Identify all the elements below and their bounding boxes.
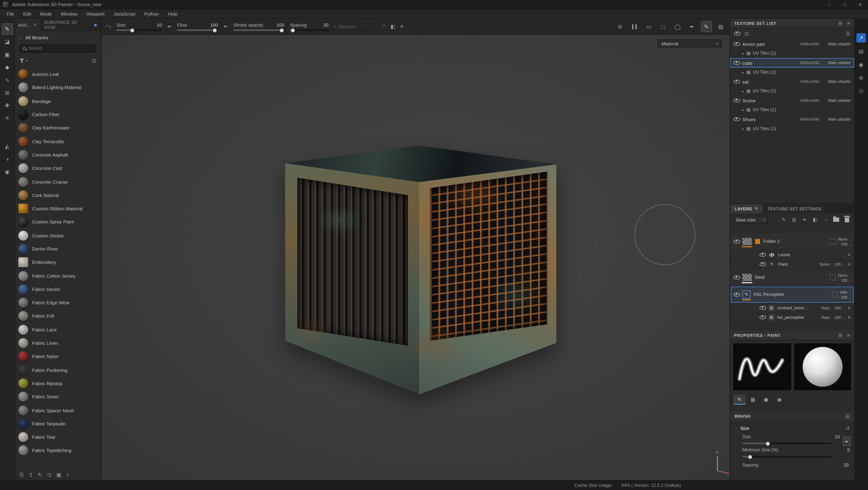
size-pressure-button[interactable]: ✒ <box>842 436 851 447</box>
add-mask-icon[interactable]: ✒ <box>800 216 809 224</box>
layer-visibility-toggle[interactable] <box>760 261 766 267</box>
uv-tiles-row[interactable]: ▸ ▦ UV Tiles (1) <box>730 68 854 77</box>
tab-close-icon[interactable]: ✕ <box>755 206 758 211</box>
menu-item[interactable]: Window <box>56 9 82 18</box>
brush-size-slider[interactable] <box>742 443 831 444</box>
tab-substance-assets[interactable]: SUBSTANCE 3D ASSE... <box>41 19 101 31</box>
size-slider[interactable] <box>116 29 162 31</box>
all-libraries-dropdown[interactable]: ⌄ All libraries <box>15 31 101 44</box>
reset-icon[interactable]: ↺ <box>846 425 850 431</box>
texture-set-visibility-icon[interactable] <box>734 60 740 66</box>
display-settings-icon[interactable]: ▤ <box>857 46 866 56</box>
material-list-item[interactable]: Custom Ribbon Material <box>15 202 101 216</box>
chevron-right-icon[interactable]: ▸ <box>742 89 744 93</box>
layer-visibility-toggle[interactable] <box>760 252 766 258</box>
spacing-slider[interactable] <box>290 29 329 31</box>
material-list-item[interactable]: Cork Natural <box>15 188 101 202</box>
material-list-item[interactable]: Denim Rivet <box>15 242 101 256</box>
material-list-item[interactable]: Fabric Lace <box>15 323 101 336</box>
texture-set-row[interactable]: Shoes 4096x4096 Main shader <box>730 115 854 124</box>
brush-menu-icon[interactable]: ☰ <box>845 414 850 419</box>
menu-item[interactable]: File <box>2 9 19 18</box>
flow-pressure-toggle-icon[interactable]: ✒ <box>167 24 172 29</box>
min-size-slider[interactable] <box>742 456 831 457</box>
blend-mode-dropdown[interactable]: Repl ⌄ <box>822 306 833 310</box>
opacity-dropdown[interactable]: 100 ⌄ <box>841 295 851 299</box>
plane-projection-icon[interactable]: ▭ <box>643 21 654 32</box>
sphere-projection-icon[interactable]: ◯ <box>672 21 683 32</box>
blend-mode-dropdown[interactable]: Pthr ⌄ <box>840 290 851 294</box>
flow-slider[interactable] <box>177 29 218 31</box>
channel-dropdown[interactable]: Base color ▾ <box>734 216 768 223</box>
texture-set-row[interactable]: Armor part 4096x4096 Main shader <box>730 39 854 49</box>
mask-slot[interactable] <box>830 238 836 244</box>
tab-close-icon[interactable]: ✕ <box>33 23 37 27</box>
import-resources-icon[interactable]: + <box>66 472 69 477</box>
close-panel-icon[interactable]: ✕ <box>846 21 850 26</box>
opacity-dropdown[interactable]: 100 ⌄ <box>841 278 851 282</box>
texture-set-visibility-icon[interactable] <box>734 97 740 103</box>
material-list-item[interactable]: Clay Earthenware <box>15 121 101 135</box>
baking-mode-tool-icon[interactable]: ◉ <box>1 166 13 177</box>
blend-mode-dropdown[interactable]: Norm ⌄ <box>838 237 851 241</box>
export-assets-icon[interactable]: ↥ <box>29 472 33 477</box>
stroke-preview[interactable] <box>734 344 791 390</box>
material-list-item[interactable]: Fabric Linen <box>15 336 101 350</box>
undock-panel-icon[interactable]: ⊞ <box>838 333 842 338</box>
material-list-item[interactable]: Clay Terracotta <box>15 135 101 148</box>
blend-mode-dropdown[interactable]: Repl ⌄ <box>822 315 833 319</box>
chevron-right-icon[interactable]: ▸ <box>742 51 744 56</box>
quick-mask-tool-icon[interactable]: ◭ <box>1 140 13 152</box>
layer-row[interactable]: ✎PaintNorm ⌄100 ⌄✕ <box>731 260 854 268</box>
layer-row[interactable]: SteelNorm ⌄100 ⌄ <box>731 269 854 286</box>
chevron-right-icon[interactable]: ▸ <box>742 107 744 112</box>
material-list-item[interactable]: Baked Lighting Material <box>15 81 101 94</box>
menu-item[interactable]: Mode <box>36 9 56 18</box>
menu-item[interactable]: Help <box>163 9 182 18</box>
layer-row[interactable]: Scontrast_lumin...Repl ⌄100 ⌄✕ <box>731 304 854 312</box>
menu-item[interactable]: Viewport <box>82 9 109 18</box>
material-list-item[interactable]: Fabric Felt <box>15 309 101 323</box>
material-list-item[interactable]: Fabric Tarpaulin <box>15 417 101 431</box>
material-list-item[interactable]: Concrete Coarse <box>15 175 101 189</box>
material-list-item[interactable]: Bandage <box>15 94 101 108</box>
pause-engine-icon[interactable] <box>629 21 640 32</box>
layer-row[interactable]: Folder 2Norm ⌄100 ⌄ <box>731 233 854 250</box>
material-list-item[interactable]: Fabric Puckering <box>15 363 101 377</box>
pen-pressure-icon[interactable]: ✒ <box>686 21 698 32</box>
material-picker-tool-icon[interactable]: ✚ <box>1 100 13 111</box>
layer-visibility-toggle[interactable] <box>734 274 740 281</box>
size-group-header[interactable]: ⌄ Size ↺ <box>730 423 854 433</box>
viewport-3d[interactable]: Material ▾ Y X <box>102 35 730 480</box>
tab-texture-set-settings[interactable]: TEXTURE SET SETTINGS <box>763 204 827 213</box>
search-input[interactable] <box>28 46 93 51</box>
layer-row[interactable]: ✎HSL PerceptivePthr ⌄100 ⌄ <box>731 287 854 303</box>
minimize-button[interactable]: – <box>822 0 837 9</box>
frame-selection-icon[interactable]: ▦ <box>57 472 61 477</box>
stamp-preview-icon[interactable]: ▤ <box>715 21 726 32</box>
stroke-opacity-slider[interactable] <box>233 29 284 31</box>
camera-settings-icon[interactable]: ◉ <box>857 60 866 69</box>
close-panel-icon[interactable]: ✕ <box>846 333 850 338</box>
menu-item[interactable]: Python <box>140 9 163 18</box>
mask-slot[interactable] <box>830 274 836 281</box>
material-list-item[interactable]: Fabric Spacer Mesh <box>15 403 101 417</box>
paint-brush-tool-icon[interactable]: ✎ <box>1 23 13 35</box>
texture-set-row[interactable]: sat 4096x4096 Main shader <box>730 77 854 86</box>
symmetry-tool-icon[interactable]: ◑ <box>1 153 13 165</box>
chevron-right-icon[interactable]: ▸ <box>742 70 744 74</box>
material-list-item[interactable]: Fabric Cotton Jersey <box>15 269 101 283</box>
model-cube[interactable] <box>285 145 556 394</box>
add-fill-layer-icon[interactable]: ◧ <box>811 216 819 224</box>
texture-set-visibility-icon[interactable] <box>734 116 740 122</box>
list-view-icon[interactable]: ☰ <box>92 58 96 63</box>
asset-info-icon[interactable]: ☰ <box>20 472 24 477</box>
uv-tiles-row[interactable]: ▸ ▦ UV Tiles (1) <box>730 124 854 133</box>
material-preview[interactable] <box>794 344 851 390</box>
material-list-item[interactable]: Custom Spray Paint <box>15 215 101 229</box>
material-list-item[interactable]: Carbon Fiber <box>15 108 101 121</box>
material-list-item[interactable]: Custom Sticker <box>15 229 101 242</box>
remove-effect-button[interactable]: ✕ <box>848 315 851 320</box>
material-list-item[interactable]: Fabric Denim <box>15 283 101 296</box>
tab-layers[interactable]: LAYERS ✕ <box>730 204 763 213</box>
